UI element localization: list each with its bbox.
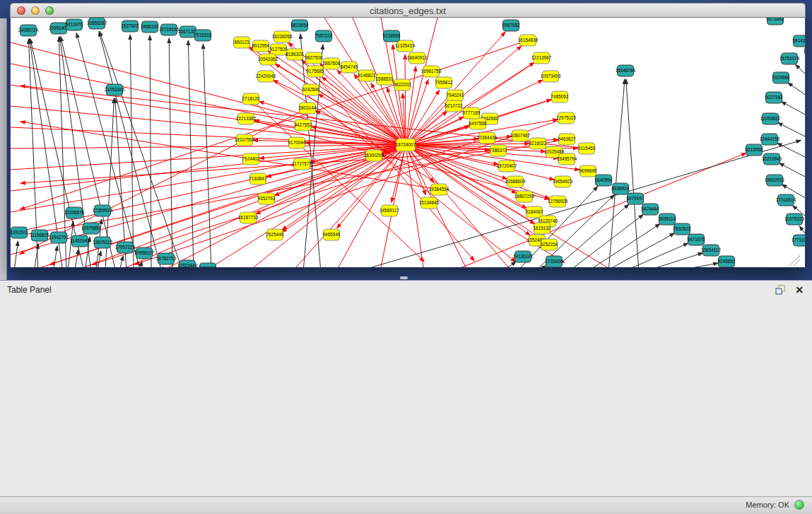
network-node[interactable]: 19495794: [557, 153, 577, 165]
network-node[interactable]: 11156829: [30, 230, 49, 241]
network-node[interactable]: 24055724: [18, 25, 39, 36]
network-node[interactable]: 8813054: [291, 20, 309, 31]
network-node[interactable]: 6497568: [469, 118, 487, 129]
network-node[interactable]: 15692931: [765, 175, 785, 186]
network-node[interactable]: 18724007: [396, 139, 416, 151]
network-node[interactable]: 9170044: [288, 137, 306, 148]
network-node[interactable]: 16961758: [421, 66, 442, 77]
network-node[interactable]: 18807299: [514, 191, 535, 202]
network-node[interactable]: 12213382: [236, 113, 257, 124]
network-canvas[interactable]: 8601238912954182260589127509105433628186…: [11, 18, 805, 267]
network-node[interactable]: 18720407: [497, 160, 517, 172]
network-node[interactable]: 1527602: [122, 21, 139, 32]
network-node[interactable]: 14136141: [513, 251, 534, 262]
network-node[interactable]: 1588520: [376, 74, 394, 85]
network-node[interactable]: 19654923: [553, 176, 573, 187]
network-node[interactable]: 7163847: [249, 173, 267, 185]
network-node[interactable]: 17710345: [792, 235, 805, 246]
splitter-handle[interactable]: [400, 276, 408, 279]
network-node[interactable]: 8427552: [295, 119, 312, 131]
network-node[interactable]: 1391501: [11, 227, 28, 238]
network-node[interactable]: 12756928: [548, 196, 568, 207]
network-node[interactable]: 860123: [234, 37, 250, 48]
network-node[interactable]: 18107554: [235, 134, 255, 146]
network-node[interactable]: 12444158: [760, 134, 780, 145]
network-node[interactable]: 18300295: [364, 150, 384, 161]
network-node[interactable]: 18226058: [272, 31, 293, 42]
network-node[interactable]: 2935114: [659, 214, 676, 225]
network-node[interactable]: 8912954: [252, 40, 270, 52]
network-node[interactable]: 9210722: [445, 100, 463, 112]
network-node[interactable]: 9175685: [307, 66, 324, 77]
network-node[interactable]: 12975115: [556, 112, 576, 124]
network-node[interactable]: 9115460: [578, 143, 596, 154]
network-node[interactable]: 9227343: [765, 92, 783, 103]
network-node[interactable]: 8215958: [746, 144, 763, 156]
network-node[interactable]: 8186328: [286, 49, 304, 60]
network-node[interactable]: 8466160: [141, 21, 159, 33]
network-node[interactable]: 9218596: [383, 30, 401, 42]
network-node[interactable]: 7957224: [315, 30, 333, 42]
network-node[interactable]: 16210643: [762, 153, 782, 165]
network-node[interactable]: 12923448: [177, 260, 198, 267]
network-node[interactable]: 1733426: [546, 256, 563, 267]
network-node[interactable]: 9252254: [541, 239, 558, 250]
network-node[interactable]: 19384554: [429, 184, 449, 195]
network-node[interactable]: 11675335: [784, 214, 804, 225]
network-node[interactable]: 2867608: [323, 58, 341, 69]
network-node[interactable]: 9465546: [323, 229, 341, 240]
network-node[interactable]: 15134845: [419, 197, 440, 209]
network-node[interactable]: 9827508: [305, 52, 323, 64]
network-node[interactable]: 20364436: [477, 132, 498, 144]
network-node[interactable]: 11451941: [70, 235, 90, 247]
network-node[interactable]: 7515310: [194, 30, 212, 41]
resize-grip[interactable]: [789, 255, 800, 266]
network-node[interactable]: 13942757: [49, 232, 69, 243]
network-node[interactable]: 10688609: [505, 176, 526, 187]
close-panel-icon[interactable]: ✕: [795, 284, 804, 296]
network-node[interactable]: 9777169: [463, 107, 481, 119]
network-node[interactable]: 7955812: [435, 77, 453, 88]
network-node[interactable]: 8216022: [529, 138, 547, 149]
network-node[interactable]: 9699695: [579, 165, 597, 177]
network-node[interactable]: 10973493: [541, 71, 561, 82]
network-node[interactable]: 12093832: [760, 113, 781, 124]
network-node[interactable]: 8471676: [688, 234, 705, 245]
network-node[interactable]: 22420046: [256, 71, 276, 82]
network-node[interactable]: 10654112: [701, 245, 721, 256]
network-node[interactable]: 10655287: [87, 18, 107, 29]
network-node[interactable]: 7625446: [266, 229, 284, 240]
network-node[interactable]: 9329966: [772, 72, 790, 83]
network-node[interactable]: 10807487: [510, 130, 531, 141]
network-node[interactable]: 11727577: [292, 158, 312, 170]
network-node[interactable]: 2987682: [502, 20, 520, 31]
network-node[interactable]: 7386372: [490, 145, 507, 156]
network-node[interactable]: 16648784: [616, 65, 636, 76]
network-node[interactable]: 10958107: [134, 247, 155, 259]
network-node[interactable]: 7832621: [673, 223, 691, 235]
network-node[interactable]: 16187733: [238, 212, 259, 223]
network-node[interactable]: 17016514: [776, 194, 796, 206]
network-node[interactable]: 9273342: [767, 18, 784, 25]
network-node[interactable]: 8454749: [341, 62, 358, 73]
float-panel-icon[interactable]: [775, 284, 786, 296]
network-node[interactable]: 11325419: [395, 40, 415, 52]
network-node[interactable]: 7485063: [551, 91, 569, 103]
network-node[interactable]: 9013476: [66, 19, 83, 30]
network-node[interactable]: 10543362: [258, 54, 278, 65]
network-node[interactable]: 12213967: [531, 52, 552, 64]
network-node[interactable]: 10719155: [159, 24, 180, 35]
network-node[interactable]: 9850013: [199, 263, 217, 267]
network-node[interactable]: 9245652: [718, 256, 736, 267]
network-node[interactable]: 14569117: [379, 205, 399, 216]
network-node[interactable]: 9474444: [642, 204, 659, 215]
network-node[interactable]: 20206576: [64, 207, 85, 218]
network-node[interactable]: 13505115: [93, 237, 112, 248]
network-node[interactable]: 8938924: [612, 183, 630, 194]
network-node[interactable]: 9352763: [258, 193, 276, 204]
network-node[interactable]: 1615132: [534, 223, 551, 234]
network-node[interactable]: 7524402: [242, 153, 260, 165]
network-node[interactable]: 9242848: [302, 84, 320, 95]
network-node[interactable]: 9822203: [394, 79, 411, 90]
network-node[interactable]: 5914301: [793, 35, 805, 47]
